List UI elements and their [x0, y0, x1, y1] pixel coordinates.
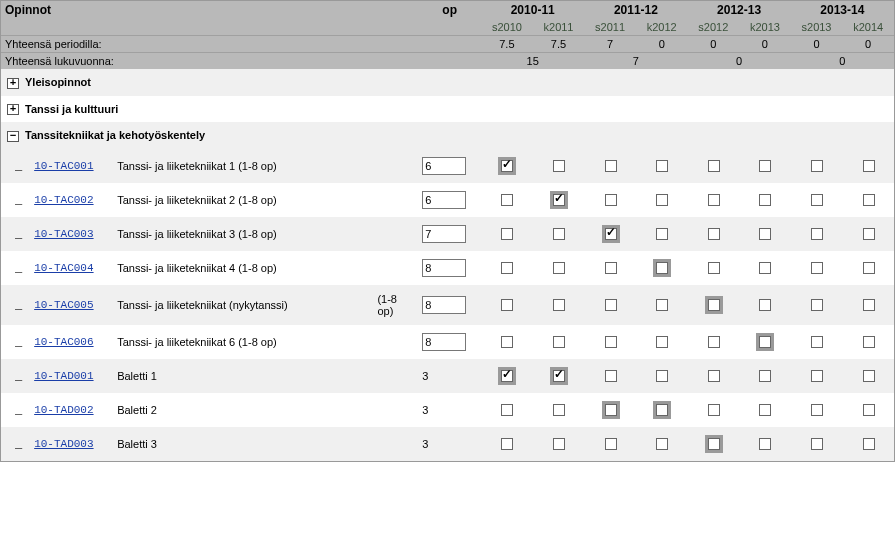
expand-icon[interactable]: + — [7, 78, 19, 89]
course-code-link[interactable]: 10-TAD002 — [34, 404, 93, 416]
period-checkbox[interactable] — [553, 438, 565, 450]
period-checkbox[interactable] — [863, 370, 875, 382]
period-checkbox[interactable] — [708, 370, 720, 382]
period-checkbox[interactable] — [811, 194, 823, 206]
period-total-0: 7.5 — [481, 36, 533, 53]
op-input[interactable] — [422, 296, 466, 314]
course-code-link[interactable]: 10-TAC005 — [34, 299, 93, 311]
course-row: _10-TAC004Tanssi- ja liiketekniikat 4 (1… — [1, 251, 894, 285]
period-checkbox[interactable] — [553, 299, 565, 311]
period-checkbox[interactable] — [811, 299, 823, 311]
period-checkbox[interactable] — [553, 262, 565, 274]
period-checkbox[interactable] — [501, 299, 513, 311]
period-checkbox[interactable] — [553, 160, 565, 172]
course-code-link[interactable]: 10-TAD001 — [34, 370, 93, 382]
period-checkbox[interactable] — [708, 299, 720, 311]
section-row[interactable]: +Tanssi ja kulttuuri — [1, 96, 894, 123]
period-checkbox[interactable] — [863, 262, 875, 274]
period-checkbox[interactable] — [501, 404, 513, 416]
period-checkbox[interactable] — [811, 228, 823, 240]
period-checkbox[interactable] — [501, 336, 513, 348]
op-input[interactable] — [422, 333, 466, 351]
period-checkbox[interactable] — [656, 160, 668, 172]
period-checkbox[interactable] — [811, 404, 823, 416]
course-code-link[interactable]: 10-TAC004 — [34, 262, 93, 274]
period-checkbox[interactable] — [863, 194, 875, 206]
period-checkbox[interactable] — [708, 160, 720, 172]
course-code-link[interactable]: 10-TAC002 — [34, 194, 93, 206]
period-checkbox[interactable] — [708, 404, 720, 416]
period-checkbox[interactable] — [811, 160, 823, 172]
period-checkbox[interactable] — [501, 228, 513, 240]
period-checkbox[interactable] — [811, 370, 823, 382]
op-input[interactable] — [422, 225, 466, 243]
course-code-link[interactable]: 10-TAC006 — [34, 336, 93, 348]
period-checkbox[interactable] — [759, 228, 771, 240]
period-checkbox[interactable] — [501, 194, 513, 206]
period-checkbox[interactable] — [605, 299, 617, 311]
period-checkbox[interactable] — [605, 160, 617, 172]
period-checkbox[interactable] — [553, 194, 565, 206]
period-checkbox[interactable] — [605, 438, 617, 450]
period-checkbox[interactable] — [759, 299, 771, 311]
period-checkbox[interactable] — [863, 299, 875, 311]
period-checkbox[interactable] — [759, 404, 771, 416]
period-checkbox[interactable] — [656, 194, 668, 206]
op-input[interactable] — [422, 157, 466, 175]
collapse-icon[interactable]: − — [7, 131, 19, 142]
period-checkbox[interactable] — [759, 336, 771, 348]
period-checkbox[interactable] — [863, 228, 875, 240]
course-extra: (1-8 op) — [373, 285, 418, 325]
period-checkbox[interactable] — [605, 262, 617, 274]
course-code-link[interactable]: 10-TAC003 — [34, 228, 93, 240]
course-row: _10-TAD002Baletti 23 — [1, 393, 894, 427]
period-checkbox[interactable] — [863, 336, 875, 348]
period-checkbox[interactable] — [759, 370, 771, 382]
course-name: Tanssi- ja liiketekniikat 3 (1-8 op) — [113, 217, 373, 251]
period-checkbox[interactable] — [708, 228, 720, 240]
section-row[interactable]: −Tanssitekniikat ja kehotyöskentely — [1, 122, 894, 149]
op-input[interactable] — [422, 191, 466, 209]
course-code-link[interactable]: 10-TAD003 — [34, 438, 93, 450]
period-checkbox[interactable] — [553, 370, 565, 382]
period-checkbox[interactable] — [708, 194, 720, 206]
period-checkbox[interactable] — [708, 438, 720, 450]
expand-icon[interactable]: + — [7, 104, 19, 115]
period-checkbox[interactable] — [863, 160, 875, 172]
period-checkbox[interactable] — [656, 370, 668, 382]
period-checkbox[interactable] — [863, 404, 875, 416]
period-checkbox[interactable] — [605, 336, 617, 348]
period-checkbox[interactable] — [605, 370, 617, 382]
period-checkbox[interactable] — [708, 262, 720, 274]
period-checkbox[interactable] — [553, 336, 565, 348]
period-checkbox[interactable] — [553, 228, 565, 240]
period-checkbox[interactable] — [759, 262, 771, 274]
period-checkbox[interactable] — [501, 438, 513, 450]
period-checkbox[interactable] — [656, 228, 668, 240]
op-input[interactable] — [422, 259, 466, 277]
period-checkbox[interactable] — [759, 438, 771, 450]
period-checkbox[interactable] — [656, 299, 668, 311]
period-checkbox[interactable] — [863, 438, 875, 450]
period-checkbox[interactable] — [501, 262, 513, 274]
period-checkbox[interactable] — [553, 404, 565, 416]
period-checkbox[interactable] — [656, 336, 668, 348]
period-label-3: k2012 — [636, 19, 688, 36]
period-checkbox[interactable] — [656, 404, 668, 416]
period-checkbox[interactable] — [656, 438, 668, 450]
period-checkbox[interactable] — [759, 194, 771, 206]
period-checkbox[interactable] — [759, 160, 771, 172]
section-row[interactable]: +Yleisopinnot — [1, 69, 894, 96]
period-checkbox[interactable] — [811, 438, 823, 450]
period-checkbox[interactable] — [605, 228, 617, 240]
period-checkbox[interactable] — [811, 336, 823, 348]
period-checkbox[interactable] — [656, 262, 668, 274]
period-checkbox[interactable] — [501, 370, 513, 382]
period-checkbox[interactable] — [605, 404, 617, 416]
period-checkbox[interactable] — [811, 262, 823, 274]
course-extra — [373, 359, 418, 393]
period-checkbox[interactable] — [501, 160, 513, 172]
period-checkbox[interactable] — [708, 336, 720, 348]
period-checkbox[interactable] — [605, 194, 617, 206]
course-code-link[interactable]: 10-TAC001 — [34, 160, 93, 172]
